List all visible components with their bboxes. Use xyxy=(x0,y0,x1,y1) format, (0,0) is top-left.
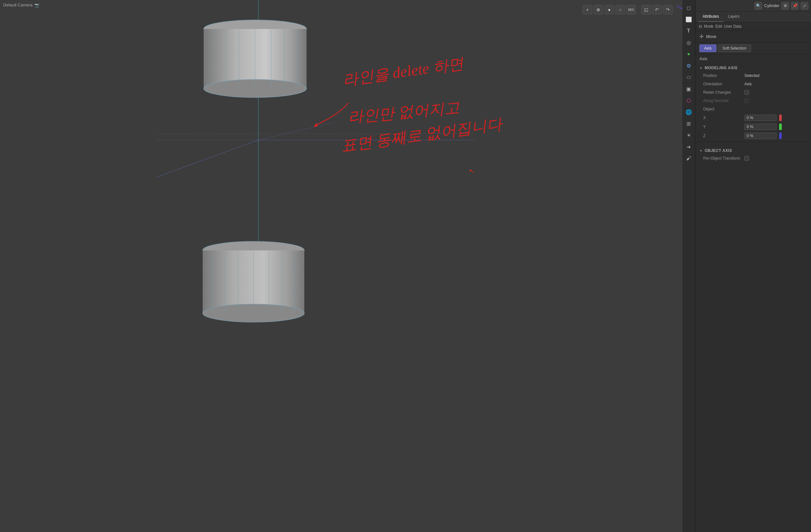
modeling-axis-chevron: ▼ xyxy=(699,66,703,70)
add-btn[interactable]: + xyxy=(583,5,592,14)
prop-retain-changes: Retain Changes xyxy=(695,88,811,96)
move-label: Move xyxy=(706,34,716,39)
icon-sidebar: ◻ ⬜ T ◎ ✦ ⚙ ⬭ ▣ ⬡ 🌐 ⊞ ☀ ➜ 🖌 xyxy=(682,0,695,532)
panel-subtoolbar: ⊟ Mode Edit User Data xyxy=(695,22,811,31)
along-normals-label: Along Normals xyxy=(703,98,742,103)
y-color-bar xyxy=(779,124,782,130)
subtab-axis[interactable]: Axis xyxy=(699,44,716,52)
svg-point-8 xyxy=(204,79,307,97)
move-tool-row: ✛ Move xyxy=(695,31,811,43)
redo-btn[interactable]: ↷ xyxy=(663,5,673,14)
cube-icon[interactable]: ⬜ xyxy=(684,14,694,25)
prop-x: X xyxy=(695,113,811,122)
svg-text:표면 동째로 없어집니다: 표면 동째로 없어집니다 xyxy=(340,115,504,154)
x-color-bar xyxy=(779,115,782,121)
select-icon[interactable]: ◻ xyxy=(684,3,694,13)
paint-icon[interactable]: 🖌 xyxy=(684,153,694,164)
render-icon[interactable]: ⬡ xyxy=(684,95,694,106)
svg-marker-27 xyxy=(314,123,318,127)
snap-icon[interactable]: ⊞ xyxy=(684,119,694,129)
prop-y: Y xyxy=(695,122,811,131)
object-settings-icon[interactable]: ⚙ xyxy=(781,2,789,10)
y-input[interactable] xyxy=(745,124,777,130)
x-label: X xyxy=(703,116,742,120)
prop-per-object-transform: Per-Object Transform xyxy=(695,154,811,163)
retain-changes-label: Retain Changes xyxy=(703,90,742,95)
svg-text:Z: Z xyxy=(677,4,679,8)
svg-line-3 xyxy=(157,140,258,177)
svg-point-31 xyxy=(473,171,474,173)
y-label: Y xyxy=(703,124,742,129)
viewport-label: Default Camera 📷 xyxy=(3,3,39,7)
per-object-transform-checkbox[interactable] xyxy=(745,156,749,161)
right-panel: 🔍 Cylinder ⚙ 📌 ⤢ Attributes Layers ⊟ Mod… xyxy=(695,0,811,532)
subtabs: Axis Soft Selection xyxy=(695,43,811,55)
tab-attributes[interactable]: Attributes xyxy=(698,12,723,22)
frame-icon[interactable]: ▣ xyxy=(684,84,694,94)
globe-icon[interactable]: 🌐 xyxy=(684,107,694,117)
app-container: Default Camera 📷 xyxy=(0,0,811,532)
prop-along-normals: Along Normals xyxy=(695,96,811,105)
subtoolbar-grid-icon: ⊟ xyxy=(699,24,702,29)
subtoolbar-mode[interactable]: Mode xyxy=(704,24,714,29)
z-color-bar xyxy=(779,133,782,139)
prop-orientation: Orientation Axis xyxy=(695,80,811,88)
tab-layers[interactable]: Layers xyxy=(723,12,744,22)
undo-btn[interactable]: ↶ xyxy=(652,5,662,14)
pin-icon[interactable]: 📌 xyxy=(791,2,799,10)
prop-object: Object xyxy=(695,105,811,113)
subtoolbar-userdata[interactable]: User Data xyxy=(724,24,741,29)
object-axis-title: OBJECT AXIS xyxy=(705,148,732,153)
object-label: Object xyxy=(703,107,742,111)
object-axis-chevron: ▼ xyxy=(699,149,703,153)
svg-point-16 xyxy=(203,241,304,259)
snap-btn[interactable]: ⊕ xyxy=(594,5,603,14)
viewport: Default Camera 📷 xyxy=(0,0,695,532)
orientation-label: Orientation xyxy=(703,82,742,86)
position-value: Selected xyxy=(745,73,807,78)
viewport-top-toolbar: + ⊕ ● ○ MIX ◱ ↶ ↷ X Y Z xyxy=(580,0,695,19)
sphere-btn[interactable]: ● xyxy=(605,5,614,14)
modeling-axis-header: ▼ MODELING AXIS xyxy=(695,63,811,72)
modeling-axis-section: ▼ MODELING AXIS Position Selected Orient… xyxy=(695,63,811,140)
position-label: Position xyxy=(703,73,742,78)
object-axis-section: ▼ OBJECT AXIS Per-Object Transform xyxy=(695,146,811,163)
svg-point-6 xyxy=(204,20,307,38)
per-object-transform-label: Per-Object Transform xyxy=(703,156,742,161)
object-name: Cylinder xyxy=(764,3,779,8)
object-axis-header: ▼ OBJECT AXIS xyxy=(695,146,811,154)
prop-position: Position Selected xyxy=(695,72,811,80)
target-icon[interactable]: ◎ xyxy=(684,37,694,48)
svg-line-5 xyxy=(258,122,334,140)
subtoolbar-edit[interactable]: Edit xyxy=(716,24,722,29)
search-icon[interactable]: 🔍 xyxy=(754,2,762,10)
panel-tabs: Attributes Layers xyxy=(695,12,811,22)
camera-icon: 📷 xyxy=(34,3,39,7)
sun-icon[interactable]: ☀ xyxy=(684,130,694,140)
svg-point-30 xyxy=(470,170,472,171)
arrow-right-icon[interactable]: ➜ xyxy=(684,142,694,152)
retain-changes-checkbox[interactable] xyxy=(745,90,749,95)
z-label: Z xyxy=(703,134,742,138)
z-input[interactable] xyxy=(745,133,777,139)
camera-label: Default Camera xyxy=(3,3,32,7)
svg-rect-7 xyxy=(204,29,307,89)
right-top-bar: 🔍 Cylinder ⚙ 📌 ⤢ xyxy=(695,0,811,12)
text-icon[interactable]: T xyxy=(684,26,694,36)
modeling-axis-title: MODELING AXIS xyxy=(705,66,737,70)
x-input[interactable] xyxy=(745,115,777,121)
expand-icon[interactable]: ⤢ xyxy=(801,2,808,10)
mix-btn[interactable]: MIX xyxy=(626,5,636,14)
along-normals-checkbox[interactable] xyxy=(745,98,749,103)
axis-section-label: Axis xyxy=(695,55,811,63)
frame-btn[interactable]: ◱ xyxy=(641,5,651,14)
move-icon: ✛ xyxy=(699,33,704,40)
ellipse-icon[interactable]: ⬭ xyxy=(684,72,694,82)
node-icon[interactable]: ✦ xyxy=(684,49,694,59)
circle-btn[interactable]: ○ xyxy=(615,5,625,14)
subtab-soft-selection[interactable]: Soft Selection xyxy=(718,44,751,52)
prop-z: Z xyxy=(695,131,811,140)
svg-rect-17 xyxy=(203,250,304,313)
gear-icon[interactable]: ⚙ xyxy=(684,61,694,71)
orientation-value: Axis xyxy=(745,82,807,86)
